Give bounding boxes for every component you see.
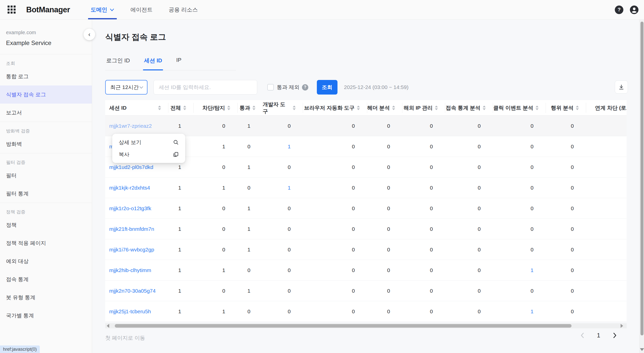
table-row[interactable]: mjjk21ft-bnmfdm7n 1 0 1 0 0 0 0 0 0 0 bbox=[105, 219, 627, 239]
nav-agent[interactable]: 에이전트 bbox=[129, 0, 154, 19]
col-block-detect[interactable]: 차단/탐지 bbox=[193, 103, 237, 113]
cell-click-event: 0 bbox=[493, 205, 546, 211]
sidebar-item-filter[interactable]: 필터 bbox=[0, 166, 92, 185]
col-header-analysis[interactable]: 헤더 분석 bbox=[367, 103, 402, 113]
sidebar-service-name[interactable]: Example Service bbox=[6, 39, 86, 47]
sidebar-item-policy[interactable]: 정책 bbox=[0, 216, 92, 234]
help-icon[interactable]: ? bbox=[615, 6, 623, 14]
session-id-link[interactable]: mjjk2n70-30a05g74 bbox=[105, 288, 156, 294]
cell-foreign-ip: 0 bbox=[402, 205, 445, 211]
tab-login-id[interactable]: 로그인 ID bbox=[105, 55, 131, 70]
table-row[interactable]: mjjk2n70-30a05g74 1 0 1 0 0 0 0 0 0 0 bbox=[105, 281, 627, 301]
col-pass[interactable]: 통과 bbox=[237, 103, 262, 113]
sort-icon[interactable] bbox=[293, 106, 296, 110]
session-id-link[interactable]: mjjk21ft-bnmfdm7n bbox=[105, 226, 154, 232]
cell-click-event[interactable]: 1 bbox=[493, 267, 546, 273]
sidebar-item-exceptions[interactable]: 예외 대상 bbox=[0, 252, 92, 270]
exclude-pass-checkbox[interactable] bbox=[267, 84, 274, 91]
col-devtools[interactable]: 개발자 도구 bbox=[262, 103, 303, 113]
scroll-down-icon[interactable] bbox=[640, 348, 644, 351]
sidebar-item-bot-type-stats[interactable]: 봇 유형 통계 bbox=[0, 288, 92, 306]
next-page-icon[interactable] bbox=[611, 332, 618, 339]
table-row[interactable]: mjjk1kjk-r2dxhts4 1 1 0 1 0 0 0 0 0 0 bbox=[105, 178, 627, 198]
nav-shared-resources[interactable]: 공용 리소스 bbox=[167, 0, 199, 19]
cell-header-analysis: 0 bbox=[367, 308, 402, 315]
apps-grid-icon[interactable] bbox=[8, 6, 16, 14]
col-browser-automation[interactable]: 브라우저 자동화 도구 bbox=[303, 103, 367, 113]
table-row[interactable]: mjjk1wr7-zprieaz2 1 0 1 0 0 0 0 0 0 0 bbox=[105, 116, 627, 136]
col-foreign-ip[interactable]: 해외 IP 관리 bbox=[402, 103, 445, 113]
table-row[interactable]: mjjk25j1-tcberu5h 1 1 0 0 0 0 0 0 1 0 bbox=[105, 301, 627, 322]
cell-devtools[interactable]: 1 bbox=[262, 144, 303, 150]
sidebar-item-unified-log[interactable]: 통합 로그 bbox=[0, 67, 92, 85]
sidebar-collapse-button[interactable]: ‹ bbox=[84, 29, 95, 40]
sort-icon[interactable] bbox=[435, 106, 438, 110]
sort-icon[interactable] bbox=[252, 106, 255, 110]
horizontal-scrollbar-thumb[interactable] bbox=[115, 324, 572, 328]
cell-foreign-ip: 0 bbox=[402, 267, 445, 273]
sort-icon[interactable] bbox=[158, 106, 161, 110]
sidebar-section-label: 방화벽 검증 bbox=[0, 128, 92, 134]
cell-behavior: 0 bbox=[546, 308, 586, 315]
sort-icon[interactable] bbox=[536, 106, 539, 110]
table-row[interactable]: mjjk1i76-wvbcg2gp 1 0 1 0 0 0 0 0 0 0 bbox=[105, 239, 627, 260]
table-row[interactable]: mjjk2hib-clhytimm 1 1 0 0 0 0 0 0 1 0 bbox=[105, 260, 627, 281]
sidebar-item-firewall[interactable]: 방화벽 bbox=[0, 135, 92, 153]
scroll-left-icon[interactable] bbox=[107, 324, 109, 328]
nav-domain[interactable]: 도메인 bbox=[89, 0, 116, 19]
sidebar-section-query: 조회 통합 로그 식별자 접속 로그 보고서 bbox=[0, 54, 92, 122]
sidebar-section-label: 정책 검증 bbox=[0, 209, 92, 215]
sort-icon[interactable] bbox=[483, 106, 486, 110]
table-row[interactable]: mjjk1r2o-o12tg3fk 1 0 1 0 0 0 0 0 0 0 bbox=[105, 198, 627, 219]
account-icon[interactable] bbox=[630, 6, 638, 14]
col-session-id[interactable]: 세션 ID bbox=[105, 103, 168, 113]
tab-session-id[interactable]: 세션 ID bbox=[143, 55, 163, 70]
sidebar-item-filter-stats[interactable]: 필터 통계 bbox=[0, 185, 92, 203]
cell-access-stats: 0 bbox=[445, 267, 493, 273]
sidebar-item-policy-pages[interactable]: 정책 적용 페이지 bbox=[0, 234, 92, 252]
download-button[interactable] bbox=[615, 80, 628, 94]
session-id-link[interactable]: mjjk1ud2-pl0s7dkd bbox=[105, 164, 153, 170]
session-id-search-input[interactable] bbox=[154, 80, 257, 95]
session-id-link[interactable]: mjjk1wr7-zprieaz2 bbox=[105, 123, 152, 129]
sidebar-item-access-stats[interactable]: 접속 통계 bbox=[0, 270, 92, 288]
context-menu-detail-view[interactable]: 상세 보기 bbox=[112, 136, 185, 148]
cell-behavior: 0 bbox=[546, 144, 586, 150]
cell-access-stats: 0 bbox=[445, 144, 493, 150]
session-id-link[interactable]: mjjk1i76-wvbcg2gp bbox=[105, 247, 154, 253]
cell-devtools: 0 bbox=[262, 267, 303, 273]
prev-page-icon[interactable] bbox=[579, 332, 586, 339]
cell-click-event[interactable]: 1 bbox=[493, 308, 546, 315]
exclude-pass-help-icon[interactable]: ? bbox=[302, 84, 308, 91]
sort-icon[interactable] bbox=[183, 106, 186, 110]
session-id-link[interactable]: mjjk2hib-clhytimm bbox=[105, 267, 151, 273]
session-id-link[interactable]: mjjk1kjk-r2dxhts4 bbox=[105, 185, 150, 191]
vertical-scrollbar-thumb[interactable] bbox=[640, 22, 643, 335]
col-behavior-analysis[interactable]: 행위 분석 bbox=[546, 103, 586, 113]
sidebar-header: example.com Example Service bbox=[0, 20, 92, 54]
sort-icon[interactable] bbox=[357, 106, 360, 110]
session-id-link[interactable]: mjjk1r2o-o12tg3fk bbox=[105, 205, 151, 211]
sort-icon[interactable] bbox=[392, 106, 395, 110]
cell-devtools[interactable]: 1 bbox=[262, 185, 303, 191]
tab-ip[interactable]: IP bbox=[175, 55, 182, 70]
session-id-link[interactable]: mjjk25j1-tcberu5h bbox=[105, 308, 151, 315]
time-range-select[interactable]: 최근 12시간 bbox=[105, 80, 147, 95]
sidebar-item-identifier-access-log[interactable]: 식별자 접속 로그 bbox=[0, 85, 92, 104]
context-menu-copy[interactable]: 복사 bbox=[112, 148, 185, 160]
horizontal-scrollbar[interactable] bbox=[105, 323, 627, 328]
sort-icon[interactable] bbox=[576, 106, 579, 110]
vertical-scrollbar[interactable] bbox=[639, 20, 644, 353]
col-access-stats-analysis[interactable]: 접속 통계 분석 bbox=[445, 103, 493, 113]
col-total[interactable]: 전체 bbox=[168, 103, 193, 113]
sidebar-item-report[interactable]: 보고서 bbox=[0, 104, 92, 122]
search-button[interactable]: 조회 bbox=[317, 80, 337, 95]
scroll-right-icon[interactable] bbox=[621, 324, 623, 328]
col-click-event-analysis[interactable]: 클릭 이벤트 분석 bbox=[493, 103, 546, 113]
chevron-down-icon bbox=[110, 8, 114, 11]
go-first-page-label[interactable]: 첫 페이지로 이동 bbox=[105, 334, 145, 341]
sidebar-item-country-stats[interactable]: 국가별 통계 bbox=[0, 306, 92, 325]
sort-icon[interactable] bbox=[227, 106, 230, 110]
current-page-number[interactable]: 1 bbox=[597, 332, 600, 339]
col-linked-block[interactable]: 연계 차단 (로그인 bbox=[586, 103, 627, 113]
